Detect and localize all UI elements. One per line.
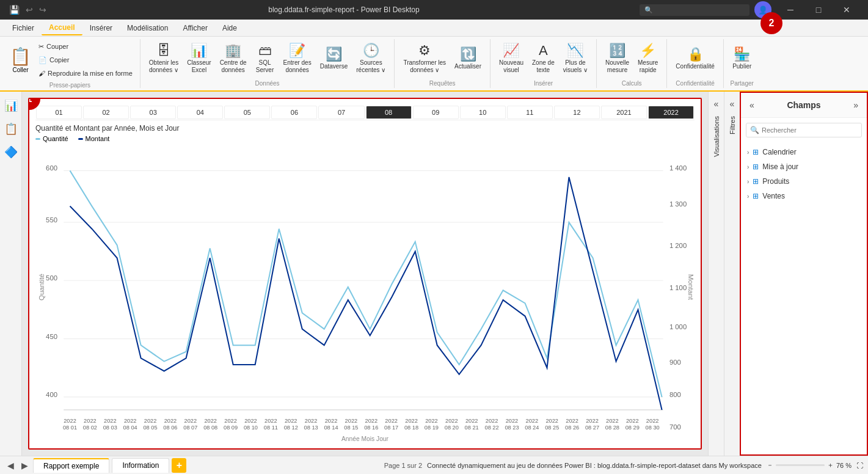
menu-modelisation[interactable]: Modélisation bbox=[120, 21, 175, 35]
svg-text:2022: 2022 bbox=[164, 418, 177, 424]
date-07[interactable]: 07 bbox=[318, 106, 364, 119]
zoom-plus[interactable]: ＋ bbox=[827, 461, 834, 470]
field-chevron-produits: › bbox=[747, 178, 749, 185]
centre-icon: 🏢 bbox=[225, 44, 241, 57]
field-table-icon-produits: ⊞ bbox=[753, 177, 759, 186]
redo-icon[interactable]: ↪ bbox=[37, 3, 48, 16]
date-12[interactable]: 12 bbox=[554, 106, 600, 119]
nouveau-visuel-button[interactable]: 📈 Nouveauvisuel bbox=[495, 41, 527, 78]
sql-icon: 🗃 bbox=[258, 44, 272, 57]
field-label-calendrier: Calendrier bbox=[762, 148, 796, 156]
sidebar-model-icon[interactable]: 🔷 bbox=[2, 143, 20, 161]
y-right-axis-label: Montant bbox=[687, 274, 695, 301]
entrer-donnees-button[interactable]: 📝 Entrer desdonnées bbox=[280, 41, 315, 78]
fields-search-box[interactable]: 🔍 bbox=[746, 123, 862, 137]
svg-text:2022: 2022 bbox=[566, 418, 578, 424]
svg-text:08 22: 08 22 bbox=[485, 425, 499, 431]
undo-icon[interactable]: ↩ bbox=[24, 3, 35, 16]
menu-accueil[interactable]: Accueil bbox=[42, 21, 82, 35]
menu-aide[interactable]: Aide bbox=[215, 21, 244, 35]
ribbon-calculs-items: 🔢 Nouvellemesure ⚡ Mesurerapide bbox=[602, 40, 662, 78]
date-08[interactable]: 08 bbox=[366, 106, 412, 119]
zoom-minus[interactable]: － bbox=[767, 461, 773, 470]
menu-inserer[interactable]: Insérer bbox=[82, 21, 120, 35]
actualiser-icon: 🔃 bbox=[460, 48, 476, 61]
viz-chevron-btn[interactable]: « bbox=[712, 97, 721, 111]
nav-prev[interactable]: ◀ bbox=[5, 459, 16, 472]
field-ventes[interactable]: › ⊞ Ventes bbox=[741, 189, 867, 203]
confidentialite-button[interactable]: 🔒 Confidentialité bbox=[672, 41, 718, 78]
fields-chevron-left[interactable]: « bbox=[747, 98, 757, 112]
date-02[interactable]: 02 bbox=[83, 106, 129, 119]
actualiser-button[interactable]: 🔃 Actualiser bbox=[451, 41, 485, 78]
date-01[interactable]: 01 bbox=[36, 106, 82, 119]
mesure-rapide-button[interactable]: ⚡ Mesurerapide bbox=[634, 41, 662, 78]
plus-visuels-button[interactable]: 📉 Plus devisuels ∨ bbox=[560, 41, 591, 78]
field-produits[interactable]: › ⊞ Produits bbox=[741, 174, 867, 189]
search-icon: 🔍 bbox=[750, 126, 759, 134]
zoom-slider[interactable] bbox=[776, 464, 825, 466]
y-left-axis-label: Quantité bbox=[38, 274, 46, 301]
menu-afficher[interactable]: Afficher bbox=[175, 21, 214, 35]
nav-next[interactable]: ▶ bbox=[19, 459, 31, 472]
copier-button[interactable]: 📄 Copier bbox=[36, 54, 135, 66]
tab-add-button[interactable]: + bbox=[172, 458, 186, 473]
date-11[interactable]: 11 bbox=[507, 106, 553, 119]
tab-rapport-exemple[interactable]: Rapport exemple bbox=[33, 458, 109, 473]
tab-information[interactable]: Information bbox=[112, 458, 169, 473]
ribbon-group-confidentialite: 🔒 Confidentialité Confidentialité bbox=[667, 39, 723, 88]
couper-button[interactable]: ✂ Couper bbox=[36, 40, 135, 53]
page-label: Page 1 sur 2 bbox=[384, 462, 422, 469]
nouvelle-mesure-button[interactable]: 🔢 Nouvellemesure bbox=[602, 41, 633, 78]
date-04[interactable]: 04 bbox=[177, 106, 223, 119]
zoom-control: － ＋ 76 % ⛶ bbox=[767, 461, 863, 470]
y-right-800: 800 bbox=[669, 391, 681, 398]
y-right-1000: 1 000 bbox=[669, 323, 687, 330]
field-mise-a-jour[interactable]: › ⊞ Mise à jour bbox=[741, 159, 867, 174]
zone-texte-button[interactable]: A Zone detexte bbox=[528, 41, 558, 78]
fields-panel: « Champs » 🔍 › ⊞ Calendrier › bbox=[740, 92, 868, 456]
reproduire-button[interactable]: 🖌 Reproduire la mise en forme bbox=[36, 67, 135, 79]
centre-donnees-button[interactable]: 🏢 Centre dedonnées bbox=[216, 41, 250, 78]
date-2021[interactable]: 2021 bbox=[601, 106, 647, 119]
sources-icon: 🕒 bbox=[363, 44, 379, 57]
date-10[interactable]: 10 bbox=[460, 106, 506, 119]
filters-panel: « Filtres bbox=[724, 92, 740, 456]
filters-chevron-btn[interactable]: « bbox=[728, 97, 737, 111]
visualisations-label[interactable]: Visualisations bbox=[710, 111, 723, 162]
copier-label: Copier bbox=[49, 56, 69, 64]
date-06[interactable]: 06 bbox=[271, 106, 317, 119]
filters-label[interactable]: Filtres bbox=[726, 111, 739, 139]
sql-server-button[interactable]: 🗃 SQLServer bbox=[252, 41, 279, 78]
obtenir-donnees-button[interactable]: 🗄 Obtenir lesdonnées ∨ bbox=[145, 41, 182, 78]
save-icon[interactable]: 💾 bbox=[7, 3, 21, 16]
svg-text:08 17: 08 17 bbox=[384, 425, 398, 431]
date-05[interactable]: 05 bbox=[224, 106, 270, 119]
sources-recentes-button[interactable]: 🕒 Sourcesrécentes ∨ bbox=[352, 41, 389, 78]
excel-label: ClasseurExcel bbox=[187, 59, 211, 74]
reproduire-label: Reproduire la mise en forme bbox=[48, 70, 133, 77]
ribbon: 📋 Coller ✂ Couper 📄 Copier 🖌 Reproduire … bbox=[0, 37, 868, 92]
sidebar-report-icon[interactable]: 📊 bbox=[2, 97, 20, 115]
classeur-excel-button[interactable]: 📊 ClasseurExcel bbox=[183, 41, 214, 78]
coller-button[interactable]: 📋 Coller bbox=[5, 42, 36, 78]
date-09[interactable]: 09 bbox=[413, 106, 459, 119]
fields-chevron-right[interactable]: » bbox=[851, 98, 861, 112]
field-chevron-calendrier: › bbox=[747, 149, 749, 156]
transformer-button[interactable]: ⚙ Transformer lesdonnées ∨ bbox=[399, 41, 450, 78]
fields-search-input[interactable] bbox=[762, 126, 858, 134]
title-search[interactable]: 🔍 bbox=[640, 4, 749, 16]
menu-fichier[interactable]: Fichier bbox=[5, 21, 42, 35]
close-button[interactable]: ✕ bbox=[833, 0, 861, 20]
fit-page-icon[interactable]: ⛶ bbox=[856, 462, 863, 469]
publier-button[interactable]: 🏪 Publier bbox=[729, 41, 756, 78]
dataverse-button[interactable]: 🔄 Dataverse bbox=[316, 41, 352, 78]
svg-text:08 11: 08 11 bbox=[264, 425, 278, 431]
maximize-button[interactable]: □ bbox=[804, 0, 833, 20]
date-2022[interactable]: 2022 bbox=[648, 106, 694, 119]
field-calendrier[interactable]: › ⊞ Calendrier bbox=[741, 145, 867, 159]
date-03[interactable]: 03 bbox=[130, 106, 176, 119]
centre-label: Centre dedonnées bbox=[220, 59, 247, 74]
transformer-label: Transformer lesdonnées ∨ bbox=[403, 59, 446, 74]
sidebar-table-icon[interactable]: 📋 bbox=[2, 120, 20, 138]
